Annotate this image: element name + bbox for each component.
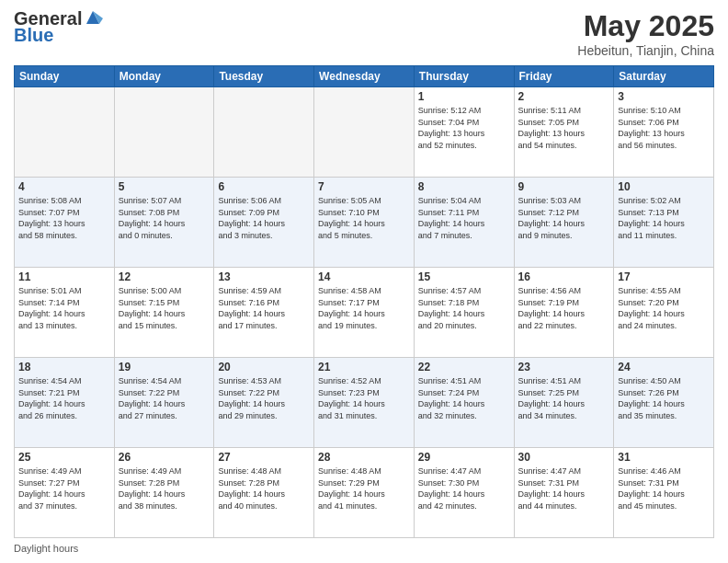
day-number: 29 xyxy=(418,451,510,464)
calendar-weekday-monday: Monday xyxy=(114,66,214,87)
calendar-weekday-saturday: Saturday xyxy=(614,66,714,87)
logo: General Blue xyxy=(14,9,103,44)
day-info: Sunrise: 5:00 AM Sunset: 7:15 PM Dayligh… xyxy=(119,285,210,331)
day-number: 18 xyxy=(18,361,110,373)
day-info: Sunrise: 4:50 AM Sunset: 7:26 PM Dayligh… xyxy=(618,375,710,421)
day-info: Sunrise: 4:49 AM Sunset: 7:28 PM Dayligh… xyxy=(119,465,210,511)
day-number: 2 xyxy=(518,90,610,103)
calendar-cell: 6Sunrise: 5:06 AM Sunset: 7:09 PM Daylig… xyxy=(214,178,314,268)
day-info: Sunrise: 4:47 AM Sunset: 7:31 PM Dayligh… xyxy=(518,465,610,511)
calendar-weekday-thursday: Thursday xyxy=(414,66,514,87)
day-number: 5 xyxy=(119,180,210,193)
calendar-cell: 16Sunrise: 4:56 AM Sunset: 7:19 PM Dayli… xyxy=(514,268,614,358)
calendar-cell xyxy=(214,87,314,178)
calendar-cell: 19Sunrise: 4:54 AM Sunset: 7:22 PM Dayli… xyxy=(114,358,214,448)
day-info: Sunrise: 4:46 AM Sunset: 7:31 PM Dayligh… xyxy=(618,465,710,511)
day-info: Sunrise: 5:05 AM Sunset: 7:10 PM Dayligh… xyxy=(318,195,410,241)
calendar-cell: 11Sunrise: 5:01 AM Sunset: 7:14 PM Dayli… xyxy=(15,268,115,358)
day-info: Sunrise: 4:55 AM Sunset: 7:20 PM Dayligh… xyxy=(618,285,710,331)
day-info: Sunrise: 4:57 AM Sunset: 7:18 PM Dayligh… xyxy=(418,285,510,331)
calendar-cell: 4Sunrise: 5:08 AM Sunset: 7:07 PM Daylig… xyxy=(15,178,115,268)
day-info: Sunrise: 5:10 AM Sunset: 7:06 PM Dayligh… xyxy=(618,105,710,151)
calendar-cell: 9Sunrise: 5:03 AM Sunset: 7:12 PM Daylig… xyxy=(514,178,614,268)
day-number: 26 xyxy=(119,451,210,464)
day-number: 13 xyxy=(218,270,310,283)
calendar-cell: 31Sunrise: 4:46 AM Sunset: 7:31 PM Dayli… xyxy=(614,448,714,538)
logo-blue-text: Blue xyxy=(14,26,103,44)
day-number: 8 xyxy=(418,180,510,193)
footer: Daylight hours xyxy=(14,543,714,554)
calendar-cell: 2Sunrise: 5:11 AM Sunset: 7:05 PM Daylig… xyxy=(514,87,614,178)
calendar-cell xyxy=(15,87,115,178)
day-info: Sunrise: 4:48 AM Sunset: 7:28 PM Dayligh… xyxy=(218,465,310,511)
title-block: May 2025 Hebeitun, Tianjin, China xyxy=(577,9,714,58)
day-number: 17 xyxy=(618,270,710,283)
header: General Blue May 2025 Hebeitun, Tianjin,… xyxy=(14,9,714,58)
day-number: 31 xyxy=(618,451,710,464)
day-number: 16 xyxy=(518,270,610,283)
day-info: Sunrise: 4:54 AM Sunset: 7:21 PM Dayligh… xyxy=(18,375,110,421)
day-info: Sunrise: 4:51 AM Sunset: 7:24 PM Dayligh… xyxy=(418,375,510,421)
calendar-cell: 3Sunrise: 5:10 AM Sunset: 7:06 PM Daylig… xyxy=(614,87,714,178)
calendar-cell: 13Sunrise: 4:59 AM Sunset: 7:16 PM Dayli… xyxy=(214,268,314,358)
calendar-week-row: 18Sunrise: 4:54 AM Sunset: 7:21 PM Dayli… xyxy=(15,358,714,448)
calendar-cell: 12Sunrise: 5:00 AM Sunset: 7:15 PM Dayli… xyxy=(114,268,214,358)
day-number: 9 xyxy=(518,180,610,193)
calendar-cell: 1Sunrise: 5:12 AM Sunset: 7:04 PM Daylig… xyxy=(414,87,514,178)
calendar-cell: 10Sunrise: 5:02 AM Sunset: 7:13 PM Dayli… xyxy=(614,178,714,268)
day-number: 1 xyxy=(418,90,510,103)
calendar-cell xyxy=(114,87,214,178)
month-title: May 2025 xyxy=(577,9,714,43)
day-info: Sunrise: 4:49 AM Sunset: 7:27 PM Dayligh… xyxy=(18,465,110,511)
calendar-week-row: 11Sunrise: 5:01 AM Sunset: 7:14 PM Dayli… xyxy=(15,268,714,358)
calendar-cell: 21Sunrise: 4:52 AM Sunset: 7:23 PM Dayli… xyxy=(314,358,415,448)
day-number: 6 xyxy=(218,180,310,193)
day-info: Sunrise: 4:59 AM Sunset: 7:16 PM Dayligh… xyxy=(218,285,310,331)
calendar-weekday-friday: Friday xyxy=(514,66,614,87)
day-number: 3 xyxy=(618,90,710,103)
logo-icon xyxy=(83,7,103,28)
day-info: Sunrise: 4:47 AM Sunset: 7:30 PM Dayligh… xyxy=(418,465,510,511)
day-number: 4 xyxy=(18,180,110,193)
day-number: 11 xyxy=(18,270,110,283)
day-info: Sunrise: 5:07 AM Sunset: 7:08 PM Dayligh… xyxy=(119,195,210,241)
day-info: Sunrise: 5:02 AM Sunset: 7:13 PM Dayligh… xyxy=(618,195,710,241)
calendar-cell: 15Sunrise: 4:57 AM Sunset: 7:18 PM Dayli… xyxy=(414,268,514,358)
daylight-label: Daylight hours xyxy=(14,543,78,554)
calendar-cell: 29Sunrise: 4:47 AM Sunset: 7:30 PM Dayli… xyxy=(414,448,514,538)
calendar-cell: 25Sunrise: 4:49 AM Sunset: 7:27 PM Dayli… xyxy=(15,448,115,538)
day-number: 7 xyxy=(318,180,410,193)
calendar-cell: 26Sunrise: 4:49 AM Sunset: 7:28 PM Dayli… xyxy=(114,448,214,538)
calendar-cell: 7Sunrise: 5:05 AM Sunset: 7:10 PM Daylig… xyxy=(314,178,415,268)
calendar-header-row: SundayMondayTuesdayWednesdayThursdayFrid… xyxy=(15,66,714,87)
day-info: Sunrise: 4:53 AM Sunset: 7:22 PM Dayligh… xyxy=(218,375,310,421)
day-info: Sunrise: 5:04 AM Sunset: 7:11 PM Dayligh… xyxy=(418,195,510,241)
calendar-cell: 5Sunrise: 5:07 AM Sunset: 7:08 PM Daylig… xyxy=(114,178,214,268)
day-info: Sunrise: 5:11 AM Sunset: 7:05 PM Dayligh… xyxy=(518,105,610,151)
day-info: Sunrise: 4:56 AM Sunset: 7:19 PM Dayligh… xyxy=(518,285,610,331)
calendar-weekday-wednesday: Wednesday xyxy=(314,66,415,87)
day-info: Sunrise: 4:48 AM Sunset: 7:29 PM Dayligh… xyxy=(318,465,410,511)
day-number: 28 xyxy=(318,451,410,464)
day-info: Sunrise: 5:08 AM Sunset: 7:07 PM Dayligh… xyxy=(18,195,110,241)
calendar-cell: 14Sunrise: 4:58 AM Sunset: 7:17 PM Dayli… xyxy=(314,268,415,358)
day-number: 24 xyxy=(618,361,710,373)
calendar-week-row: 25Sunrise: 4:49 AM Sunset: 7:27 PM Dayli… xyxy=(15,448,714,538)
calendar-cell: 28Sunrise: 4:48 AM Sunset: 7:29 PM Dayli… xyxy=(314,448,415,538)
calendar-cell: 23Sunrise: 4:51 AM Sunset: 7:25 PM Dayli… xyxy=(514,358,614,448)
calendar-cell xyxy=(314,87,415,178)
calendar-cell: 24Sunrise: 4:50 AM Sunset: 7:26 PM Dayli… xyxy=(614,358,714,448)
calendar-weekday-tuesday: Tuesday xyxy=(214,66,314,87)
page: General Blue May 2025 Hebeitun, Tianjin,… xyxy=(0,0,728,563)
location-subtitle: Hebeitun, Tianjin, China xyxy=(577,43,714,58)
day-number: 19 xyxy=(119,361,210,373)
day-info: Sunrise: 4:51 AM Sunset: 7:25 PM Dayligh… xyxy=(518,375,610,421)
day-number: 15 xyxy=(418,270,510,283)
calendar-table: SundayMondayTuesdayWednesdayThursdayFrid… xyxy=(14,65,714,538)
day-number: 14 xyxy=(318,270,410,283)
day-info: Sunrise: 4:58 AM Sunset: 7:17 PM Dayligh… xyxy=(318,285,410,331)
calendar-cell: 30Sunrise: 4:47 AM Sunset: 7:31 PM Dayli… xyxy=(514,448,614,538)
day-number: 30 xyxy=(518,451,610,464)
day-info: Sunrise: 5:03 AM Sunset: 7:12 PM Dayligh… xyxy=(518,195,610,241)
calendar-cell: 8Sunrise: 5:04 AM Sunset: 7:11 PM Daylig… xyxy=(414,178,514,268)
